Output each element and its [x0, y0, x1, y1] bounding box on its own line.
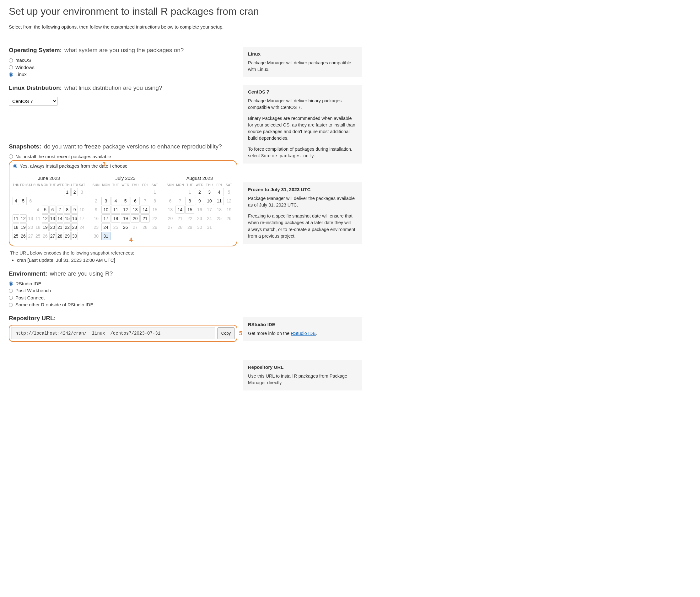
calendar-day-empty	[20, 206, 26, 214]
calendar-day[interactable]: 29	[64, 232, 71, 240]
env-title: Environment:	[9, 270, 47, 277]
calendar-day-empty	[56, 197, 63, 205]
calendar-day[interactable]: 4	[12, 197, 19, 205]
calendar-day[interactable]: 19	[121, 215, 130, 223]
copy-button[interactable]: Copy	[217, 327, 235, 339]
calendar-day[interactable]: 8	[185, 197, 194, 205]
calendar-day-disabled: 22	[185, 215, 194, 223]
calendar-day[interactable]: 5	[121, 197, 130, 205]
os-label[interactable]: Linux	[16, 71, 27, 78]
calendar-day-empty	[49, 197, 56, 205]
calendar-day[interactable]: 14	[56, 215, 63, 223]
os-radio[interactable]	[9, 58, 13, 63]
os-radio[interactable]	[9, 65, 13, 69]
calendar-day[interactable]: 2	[71, 188, 78, 196]
env-radio[interactable]	[9, 303, 13, 307]
calendar-day[interactable]: 8	[64, 206, 71, 214]
calendar-day[interactable]: 18	[12, 223, 19, 231]
distro-select[interactable]: CentOS 7	[9, 97, 57, 105]
calendar-dow: TUE	[185, 183, 194, 188]
os-info-body: Package Manager will deliver packages co…	[248, 60, 357, 73]
calendar-dow: TUE	[49, 183, 56, 188]
calendar-day-empty	[56, 188, 63, 196]
calendar-day[interactable]: 7	[56, 206, 63, 214]
env-info-box: RStudio IDE Get more info on the RStudio…	[243, 317, 362, 341]
calendar-day[interactable]: 15	[64, 215, 71, 223]
calendar-day[interactable]: 14	[175, 206, 184, 214]
calendar-day[interactable]: 11	[111, 206, 120, 214]
calendar-day-disabled: 28	[175, 223, 184, 231]
calendar-row: June 2023THUFRISATSUNMONTUEWEDTHUFRISAT1…	[12, 174, 233, 241]
calendar-day[interactable]: 21	[56, 223, 63, 231]
calendar-day-disabled: 9	[92, 206, 101, 214]
env-radio[interactable]	[9, 289, 13, 293]
snapshot-label-yes[interactable]: Yes, always install packages from the da…	[20, 163, 127, 170]
env-radio[interactable]	[9, 281, 13, 285]
rstudio-ide-link[interactable]: RStudio IDE	[291, 331, 316, 336]
env-label[interactable]: Posit Workbench	[16, 287, 51, 294]
calendar-day-empty	[71, 197, 78, 205]
calendar-day[interactable]: 2	[195, 188, 204, 196]
calendar-day[interactable]: 3	[101, 197, 110, 205]
calendar-day[interactable]: 12	[42, 215, 48, 223]
calendar-day[interactable]: 20	[49, 223, 56, 231]
repo-url-input[interactable]	[11, 327, 215, 339]
calendar-day[interactable]: 14	[140, 206, 149, 214]
calendar-day[interactable]: 19	[42, 223, 48, 231]
calendar-day[interactable]: 12	[121, 206, 130, 214]
calendar-day[interactable]: 4	[111, 197, 120, 205]
calendar-day[interactable]: 11	[12, 215, 19, 223]
calendar-day[interactable]: 12	[20, 215, 26, 223]
env-label[interactable]: RStudio IDE	[16, 280, 42, 288]
calendar-day[interactable]: 9	[71, 206, 78, 214]
calendar-day[interactable]: 10	[101, 206, 110, 214]
snapshot-radio-yes[interactable]	[13, 164, 17, 168]
os-label[interactable]: macOS	[16, 57, 31, 64]
calendar-day[interactable]: 30	[71, 232, 78, 240]
calendar-day[interactable]: 11	[215, 197, 224, 205]
calendar-day[interactable]: 3	[205, 188, 214, 196]
env-label[interactable]: Some other R outside of RStudio IDE	[16, 301, 93, 308]
calendar-day[interactable]: 25	[12, 232, 19, 240]
calendar-day-disabled: 2	[92, 197, 101, 205]
snapshot-label-no[interactable]: No, install the most recent packages ava…	[16, 153, 111, 160]
calendar-day[interactable]: 5	[42, 206, 48, 214]
calendar-day[interactable]: 24	[101, 223, 110, 231]
calendar-day[interactable]: 9	[195, 197, 204, 205]
calendar-day[interactable]: 28	[56, 232, 63, 240]
calendar-day[interactable]: 16	[71, 215, 78, 223]
calendar-day[interactable]: 23	[71, 223, 78, 231]
calendar-day[interactable]: 15	[185, 206, 194, 214]
snapshot-radio-no[interactable]	[9, 154, 13, 158]
calendar-day[interactable]: 13	[49, 215, 56, 223]
env-info-body: Get more info on the RStudio IDE.	[248, 330, 357, 337]
os-radio[interactable]	[9, 73, 13, 77]
calendar-day[interactable]: 22	[64, 223, 71, 231]
calendar-day-selected[interactable]: 31	[101, 232, 110, 240]
calendar-day-disabled: 16	[92, 215, 101, 223]
calendar-day[interactable]: 27	[49, 232, 56, 240]
calendar-dow: THU	[12, 183, 20, 188]
calendar-dow: MON	[101, 183, 110, 188]
calendar-day[interactable]: 26	[121, 223, 130, 231]
env-label[interactable]: Posit Connect	[16, 294, 45, 302]
calendar-day-disabled: 19	[224, 206, 233, 214]
calendar-day[interactable]: 1	[64, 188, 71, 196]
calendar-day[interactable]: 18	[111, 215, 120, 223]
calendar-day-disabled: 25	[34, 232, 41, 240]
calendar-dow: SAT	[79, 183, 85, 188]
calendar-day[interactable]: 20	[131, 215, 140, 223]
calendar-day[interactable]: 6	[131, 197, 140, 205]
calendar-day[interactable]: 26	[20, 232, 26, 240]
calendar-day[interactable]: 17	[101, 215, 110, 223]
repo-url-highlight-box: Copy 5	[9, 325, 237, 342]
calendar-day[interactable]: 6	[49, 206, 56, 214]
calendar-day[interactable]: 21	[140, 215, 149, 223]
os-label[interactable]: Windows	[16, 64, 34, 71]
calendar-day[interactable]: 13	[131, 206, 140, 214]
calendar-day[interactable]: 5	[20, 197, 26, 205]
env-radio[interactable]	[9, 296, 13, 300]
calendar-day[interactable]: 4	[215, 188, 224, 196]
calendar-day[interactable]: 10	[205, 197, 214, 205]
calendar-day[interactable]: 19	[20, 223, 26, 231]
